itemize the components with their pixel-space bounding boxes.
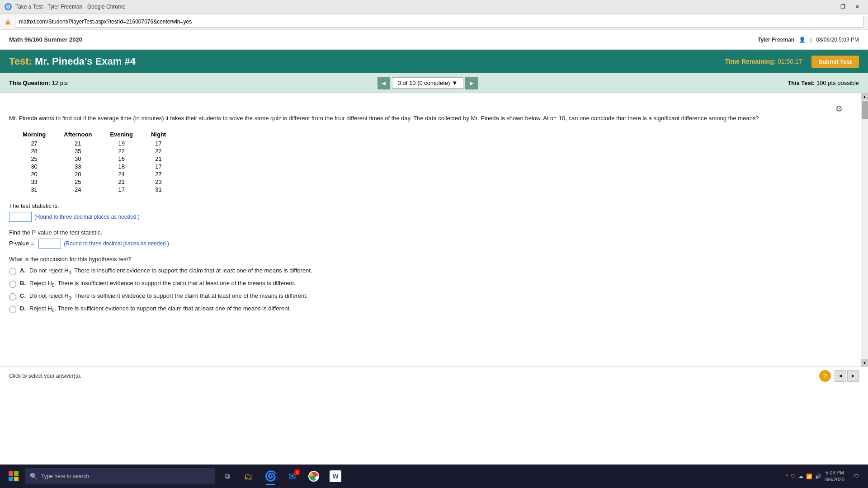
question-points: 12 pts (52, 80, 68, 86)
time-remaining-value: 01:50:17 (778, 58, 802, 65)
search-icon: 🔍 (30, 473, 38, 480)
search-text: Type here to search (41, 473, 89, 479)
table-cell: 19 (105, 140, 146, 147)
option-d-text: Reject H0. There is sufficient evidence … (29, 305, 847, 313)
minimize-button[interactable]: — (822, 2, 835, 12)
table-cell: 18 (105, 163, 146, 170)
browser-icon (5, 3, 12, 10)
table-cell: 27 (146, 170, 179, 178)
col-header-morning: Morning (18, 130, 59, 140)
app-header: Math 96/160 Summer 2020 Tyler Freeman 👤 … (0, 30, 868, 50)
col-header-evening: Evening (105, 130, 146, 140)
table-cell: 28 (18, 147, 59, 155)
statistic-hint: (Round to three decimal places as needed… (34, 214, 140, 220)
test-points: 100 pts possible (816, 80, 859, 86)
course-title: Math 96/160 Summer 2020 (9, 36, 82, 43)
pvalue-input[interactable] (38, 239, 61, 249)
table-cell: 21 (146, 155, 179, 163)
test-points-label: This Test: 100 pts possible (788, 80, 859, 86)
test-label: Test: (9, 56, 32, 67)
scroll-thumb[interactable] (862, 101, 868, 119)
question-nav-bar: This Question: 12 pts ◄ 3 of 10 (0 compl… (0, 73, 868, 93)
this-test-label: This Test: (788, 80, 815, 86)
option-d-radio[interactable] (9, 306, 16, 313)
settings-icon[interactable]: ⚙ (835, 104, 843, 114)
file-explorer-icon: 🗂 (242, 470, 255, 483)
table-row: 25301621 (18, 155, 179, 163)
option-a-radio[interactable] (9, 268, 16, 275)
notification-icon: 🗨 (854, 474, 859, 479)
table-row: 27211917 (18, 140, 179, 147)
table-cell: 31 (146, 186, 179, 193)
taskbar: 🔍 Type here to search ⧉ 🗂 🌀 ✉ 3 W ^ 🛡 (0, 465, 868, 488)
close-button[interactable]: ✕ (851, 2, 863, 12)
notification-center-button[interactable]: 🗨 (848, 468, 864, 484)
option-d: D. Reject H0. There is sufficient eviden… (9, 305, 847, 313)
taskbar-edge[interactable]: 🌀 (260, 466, 280, 486)
scroll-down-arrow[interactable]: ▼ (861, 359, 868, 366)
scrollbar[interactable]: ▲ ▼ (861, 93, 868, 366)
taskbar-search[interactable]: 🔍 Type here to search (25, 468, 215, 484)
option-c-radio[interactable] (9, 293, 16, 300)
this-question-label: This Question: (9, 80, 50, 86)
chrome-icon (307, 470, 320, 483)
option-c-text: Do not reject H0. There is sufficient ev… (29, 292, 847, 300)
tray-arrow-icon[interactable]: ^ (786, 474, 788, 479)
table-cell: 22 (146, 147, 179, 155)
window-title: Take a Test - Tyler Freeman - Google Chr… (15, 4, 126, 10)
help-button[interactable]: ? (819, 370, 831, 382)
svg-point-1 (7, 6, 9, 8)
prev-question-button[interactable]: ◄ (377, 77, 390, 89)
taskbar-datetime[interactable]: 5:09 PM 8/6/2020 (825, 469, 844, 483)
statistic-label: The test statistic is. (9, 202, 847, 209)
next-question-button[interactable]: ► (465, 77, 478, 89)
address-input[interactable] (15, 16, 863, 28)
table-cell: 17 (146, 163, 179, 170)
volume-icon[interactable]: 🔊 (815, 474, 821, 479)
table-cell: 16 (105, 155, 146, 163)
table-cell: 25 (59, 178, 105, 186)
table-cell: 17 (105, 186, 146, 193)
click-hint: Click to select your answer(s). (9, 373, 81, 379)
wifi-icon: 📶 (806, 474, 812, 479)
option-c: C. Do not reject H0. There is sufficient… (9, 292, 847, 300)
test-name: Mr. Pineda's Exam #4 (35, 56, 136, 67)
table-cell: 23 (146, 178, 179, 186)
time-remaining-label: Time Remaining: (725, 58, 776, 65)
maximize-button[interactable]: ❐ (836, 2, 849, 12)
nav-progress-display: 3 of 10 (0 complete) ▼ (392, 77, 464, 89)
pvalue-section-label: Find the P-value of the test statistic. (9, 229, 847, 236)
lock-icon: 🔒 (5, 19, 11, 25)
progress-text: 3 of 10 (0 complete) (398, 80, 450, 86)
test-header: Test: Mr. Pineda's Exam #4 Time Remainin… (0, 50, 868, 73)
system-tray: ^ 🛡 ☁ 📶 🔊 (786, 474, 821, 479)
windows-logo (9, 471, 19, 481)
submit-test-button[interactable]: Submit Test (811, 56, 859, 68)
statistic-input[interactable] (9, 212, 32, 222)
table-cell: 21 (59, 140, 105, 147)
dropdown-arrow-icon: ▼ (452, 80, 458, 86)
option-b-radio[interactable] (9, 281, 16, 288)
table-cell: 25 (18, 155, 59, 163)
task-view-button[interactable]: ⧉ (217, 466, 237, 486)
option-d-key: D. (20, 305, 26, 312)
taskbar-word[interactable]: W (326, 466, 345, 486)
title-bar: Take a Test - Tyler Freeman - Google Chr… (0, 0, 868, 14)
taskbar-notification3[interactable]: ✉ 3 (282, 466, 302, 486)
bottom-next-button[interactable]: ► (847, 370, 859, 382)
option-a-text: Do not reject H0. There is insufficient … (29, 267, 847, 275)
task-view-icon: ⧉ (225, 472, 230, 480)
badge: 3 (294, 469, 300, 475)
taskbar-file-explorer[interactable]: 🗂 (239, 466, 259, 486)
start-button[interactable] (4, 466, 24, 486)
pvalue-hint: (Round to three decimal places as needed… (64, 240, 169, 247)
table-cell: 21 (105, 178, 146, 186)
virus-icon: 🛡 (791, 474, 796, 479)
table-cell: 30 (59, 155, 105, 163)
word-icon: W (330, 470, 341, 482)
taskbar-chrome[interactable] (304, 466, 324, 486)
table-cell: 30 (18, 163, 59, 170)
scroll-up-arrow[interactable]: ▲ (861, 93, 868, 100)
bottom-prev-button[interactable]: ◄ (835, 370, 846, 382)
table-row: 31241731 (18, 186, 179, 193)
